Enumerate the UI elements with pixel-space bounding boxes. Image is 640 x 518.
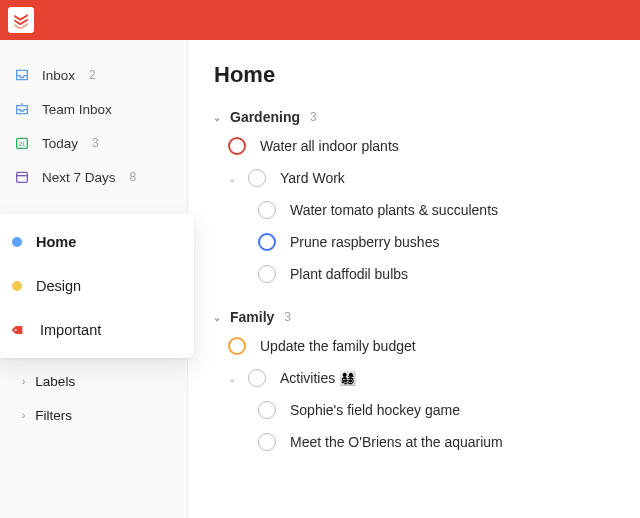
nav-inbox-label: Inbox — [42, 68, 75, 83]
main-content: Home ⌄ Gardening 3 Water all indoor plan… — [188, 40, 640, 518]
task-label: Meet the O'Briens at the aquarium — [290, 434, 503, 450]
nav-today[interactable]: 21 Today 3 — [0, 126, 187, 160]
task-label: Water all indoor plants — [260, 138, 399, 154]
team-inbox-icon — [14, 101, 30, 117]
project-home-label: Home — [36, 234, 76, 250]
group-filters-label: Filters — [35, 408, 72, 423]
group-filters[interactable]: › Filters — [0, 398, 187, 432]
sidebar: Inbox 2 Team Inbox 21 Today 3 Next 7 Day… — [0, 40, 188, 518]
task-prune[interactable]: Prune raspberry bushes — [212, 226, 640, 258]
chevron-right-icon: › — [22, 410, 25, 421]
nav-next7-label: Next 7 Days — [42, 170, 116, 185]
nav-team-inbox[interactable]: Team Inbox — [0, 92, 187, 126]
nav-next7-count: 8 — [130, 170, 137, 184]
task-obriens[interactable]: Meet the O'Briens at the aquarium — [212, 426, 640, 458]
task-checkbox[interactable] — [258, 201, 276, 219]
task-tomato[interactable]: Water tomato plants & succulents — [212, 194, 640, 226]
project-home[interactable]: Home — [0, 220, 194, 264]
todoist-logo-icon — [12, 11, 30, 29]
task-checkbox[interactable] — [258, 433, 276, 451]
project-important[interactable]: Important — [0, 308, 194, 352]
task-yard-work[interactable]: ⌄ Yard Work — [212, 162, 640, 194]
task-daffodil[interactable]: Plant daffodil bulbs — [212, 258, 640, 290]
task-checkbox[interactable] — [228, 137, 246, 155]
chevron-down-icon[interactable]: ⌄ — [228, 373, 238, 384]
svg-text:21: 21 — [19, 141, 26, 147]
task-checkbox[interactable] — [258, 265, 276, 283]
app-logo[interactable] — [8, 7, 34, 33]
section-gardening-label: Gardening — [230, 109, 300, 125]
nav-today-count: 3 — [92, 136, 99, 150]
task-label: Prune raspberry bushes — [290, 234, 439, 250]
inbox-icon — [14, 67, 30, 83]
project-important-label: Important — [40, 322, 101, 338]
task-label: Plant daffodil bulbs — [290, 266, 408, 282]
nav-next7[interactable]: Next 7 Days 8 — [0, 160, 187, 194]
task-checkbox[interactable] — [248, 369, 266, 387]
project-design-label: Design — [36, 278, 81, 294]
calendar-today-icon: 21 — [14, 135, 30, 151]
group-labels-label: Labels — [35, 374, 75, 389]
task-checkbox[interactable] — [228, 337, 246, 355]
section-gardening-count: 3 — [310, 110, 317, 124]
chevron-down-icon: ⌄ — [212, 112, 222, 123]
page-title: Home — [212, 62, 640, 88]
chevron-right-icon: › — [22, 376, 25, 387]
chevron-down-icon[interactable]: ⌄ — [228, 173, 238, 184]
task-checkbox[interactable] — [258, 233, 276, 251]
task-label: Activities 👨‍👩‍👧‍👦 — [280, 370, 356, 386]
section-family-count: 3 — [284, 310, 291, 324]
project-home-dot — [12, 237, 22, 247]
projects-card: Home Design Important — [0, 214, 194, 358]
task-label: Water tomato plants & succulents — [290, 202, 498, 218]
task-label: Update the family budget — [260, 338, 416, 354]
task-label: Yard Work — [280, 170, 345, 186]
section-family-label: Family — [230, 309, 274, 325]
task-budget[interactable]: Update the family budget — [212, 330, 640, 362]
topbar — [0, 0, 640, 40]
tag-icon — [9, 320, 29, 340]
svg-rect-2 — [17, 172, 28, 182]
section-gardening[interactable]: ⌄ Gardening 3 — [212, 104, 640, 130]
nav-today-label: Today — [42, 136, 78, 151]
section-family[interactable]: ⌄ Family 3 — [212, 304, 640, 330]
project-design-dot — [12, 281, 22, 291]
group-labels[interactable]: › Labels — [0, 364, 187, 398]
nav-inbox-count: 2 — [89, 68, 96, 82]
nav-inbox[interactable]: Inbox 2 — [0, 58, 187, 92]
chevron-down-icon: ⌄ — [212, 312, 222, 323]
task-activities[interactable]: ⌄ Activities 👨‍👩‍👧‍👦 — [212, 362, 640, 394]
task-water-indoor[interactable]: Water all indoor plants — [212, 130, 640, 162]
task-checkbox[interactable] — [258, 401, 276, 419]
project-design[interactable]: Design — [0, 264, 194, 308]
nav-team-inbox-label: Team Inbox — [42, 102, 112, 117]
task-label: Sophie's field hockey game — [290, 402, 460, 418]
task-sophie[interactable]: Sophie's field hockey game — [212, 394, 640, 426]
calendar-week-icon — [14, 169, 30, 185]
task-checkbox[interactable] — [248, 169, 266, 187]
